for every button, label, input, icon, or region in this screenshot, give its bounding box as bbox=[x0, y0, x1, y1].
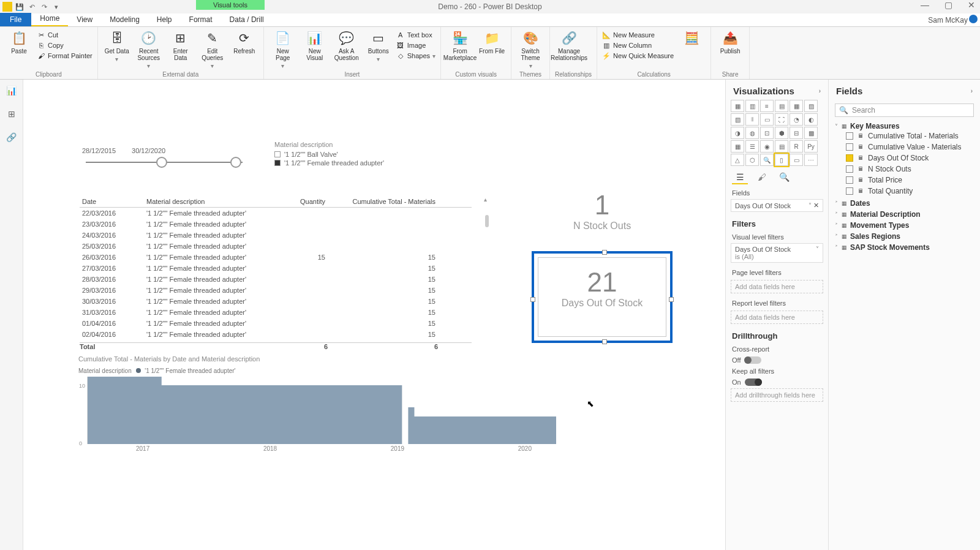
new-column-button[interactable]: ▥New Column bbox=[602, 41, 674, 50]
cross-report-toggle[interactable] bbox=[744, 356, 761, 364]
viz-type-icon[interactable]: ▦ bbox=[731, 140, 744, 153]
viz-type-icon[interactable]: ▯ bbox=[775, 154, 788, 166]
from-file-button[interactable]: 📁From File bbox=[478, 29, 506, 55]
from-marketplace-button[interactable]: 🏪From Marketplace bbox=[446, 29, 474, 61]
format-mode-icon[interactable]: 🖌 bbox=[754, 171, 770, 184]
card-days-out-of-stock[interactable]: 21 Days Out Of Stock bbox=[532, 251, 673, 343]
textbox-button[interactable]: AText box bbox=[396, 31, 435, 39]
report-canvas[interactable]: 28/12/2015 30/12/2020 Material descripti… bbox=[23, 80, 725, 550]
table-row[interactable]: 24/03/2016'1 1/2"" Female threaded adupt… bbox=[80, 230, 472, 241]
redo-icon[interactable]: ↷ bbox=[39, 2, 49, 12]
checkbox-icon[interactable] bbox=[846, 132, 853, 140]
viz-type-icon[interactable]: ◔ bbox=[790, 113, 803, 126]
remove-field-icon[interactable]: ✕ bbox=[813, 202, 819, 209]
field-item[interactable]: 🖩Cumulative Total - Materials bbox=[835, 130, 974, 141]
slicer-end-date[interactable]: 30/12/2020 bbox=[132, 147, 165, 154]
undo-icon[interactable]: ↶ bbox=[27, 2, 37, 12]
viz-type-icon[interactable]: ◉ bbox=[760, 140, 774, 153]
slider-handle-start[interactable] bbox=[156, 157, 167, 168]
buttons-button[interactable]: ▭Buttons▾ bbox=[364, 29, 393, 62]
table-row[interactable]: 27/03/2016'1 1/2"" Female threaded adupt… bbox=[80, 263, 472, 274]
slider-track[interactable] bbox=[86, 162, 243, 163]
checkbox-icon[interactable] bbox=[846, 187, 853, 195]
fields-search-input[interactable]: 🔍Search bbox=[835, 104, 974, 117]
checkbox-icon[interactable] bbox=[846, 143, 853, 151]
format-painter-button[interactable]: 🖌Format Painter bbox=[37, 51, 92, 60]
cumulative-chart[interactable]: Cumulative Total - Materials by Date and… bbox=[78, 355, 556, 452]
viz-type-icon[interactable]: ▭ bbox=[760, 113, 774, 126]
data-view-icon[interactable]: ⊞ bbox=[6, 108, 18, 120]
new-page-button[interactable]: 📄New Page▾ bbox=[269, 29, 297, 69]
viz-type-icon[interactable]: ▤ bbox=[775, 100, 788, 112]
viz-type-icon[interactable]: △ bbox=[731, 154, 744, 166]
viz-type-icon[interactable]: ▩ bbox=[804, 127, 818, 139]
viz-type-icon[interactable]: Py bbox=[804, 140, 818, 153]
viz-type-icon[interactable]: ⫴ bbox=[745, 113, 759, 126]
field-item[interactable]: 🖩Days Out Of Stock bbox=[835, 153, 974, 164]
table-row[interactable]: 28/03/2016'1 1/2"" Female threaded adupt… bbox=[80, 274, 472, 285]
table-row[interactable]: 01/04/2016'1 1/2"" Female threaded adupt… bbox=[80, 318, 472, 329]
qat-dropdown-icon[interactable]: ▾ bbox=[51, 2, 61, 12]
table-header[interactable]: ˅ ▦ Key Measures bbox=[835, 122, 974, 130]
table-row[interactable]: 02/04/2016'1 1/2"" Female threaded adupt… bbox=[80, 329, 472, 340]
col-material[interactable]: Material description bbox=[144, 196, 279, 207]
drillthrough-well[interactable]: Add drillthrough fields here bbox=[731, 388, 823, 402]
maximize-icon[interactable]: ▢ bbox=[942, 0, 954, 10]
keep-filters-toggle[interactable] bbox=[745, 379, 762, 386]
close-icon[interactable]: ✕ bbox=[965, 0, 978, 10]
field-item[interactable]: 🖩Total Price bbox=[835, 175, 974, 186]
viz-type-icon[interactable]: ▨ bbox=[804, 100, 818, 112]
viz-type-icon[interactable]: ⊟ bbox=[790, 127, 803, 139]
card-n-stock-outs[interactable]: 1 N Stock Outs bbox=[562, 190, 642, 232]
viz-type-icon[interactable]: ⋯ bbox=[804, 154, 818, 166]
values-well[interactable]: Days Out Of Stock ˅ ✕ bbox=[731, 199, 823, 212]
table-header[interactable]: ˃ ▦ SAP Stock Movements bbox=[835, 243, 974, 252]
viz-type-icon[interactable]: ≡ bbox=[760, 100, 774, 112]
page-filters-well[interactable]: Add data fields here bbox=[731, 280, 823, 293]
viz-type-icon[interactable]: ⬡ bbox=[745, 154, 759, 166]
image-button[interactable]: 🖼Image bbox=[396, 41, 435, 50]
model-view-icon[interactable]: 🔗 bbox=[6, 131, 18, 143]
viz-type-icon[interactable]: ▥ bbox=[745, 100, 759, 112]
chevron-down-icon[interactable]: ˅ bbox=[816, 246, 819, 253]
tab-data-drill[interactable]: Data / Drill bbox=[221, 13, 273, 26]
viz-type-icon[interactable]: ◍ bbox=[745, 127, 759, 139]
material-legend[interactable]: Material description '1 1/2"" Ball Valve… bbox=[274, 141, 384, 168]
tab-format[interactable]: Format bbox=[181, 13, 221, 26]
table-header[interactable]: ˃ ▦ Dates bbox=[835, 199, 974, 208]
checkbox-icon[interactable] bbox=[846, 176, 853, 184]
table-row[interactable]: 23/03/2016'1 1/2"" Female threaded adupt… bbox=[80, 219, 472, 230]
quick-measure-button[interactable]: ⚡New Quick Measure bbox=[602, 51, 674, 60]
tab-home[interactable]: Home bbox=[31, 12, 68, 26]
analytics-mode-icon[interactable]: 🔍 bbox=[776, 171, 792, 184]
collapse-fields-icon[interactable]: › bbox=[971, 88, 973, 94]
new-measure-button[interactable]: 📐New Measure bbox=[602, 31, 674, 39]
table-row[interactable]: 26/03/2016'1 1/2"" Female threaded adupt… bbox=[80, 252, 472, 263]
switch-theme-button[interactable]: 🎨Switch Theme▾ bbox=[516, 29, 545, 69]
date-slicer[interactable]: 28/12/2015 30/12/2020 bbox=[78, 147, 250, 163]
edit-queries-button[interactable]: ✎Edit Queries▾ bbox=[198, 29, 227, 69]
publish-button[interactable]: 📤Publish bbox=[716, 29, 744, 55]
collapse-viz-icon[interactable]: › bbox=[819, 88, 821, 94]
enter-data-button[interactable]: ⊞Enter Data bbox=[167, 29, 195, 61]
tab-modeling[interactable]: Modeling bbox=[101, 13, 148, 26]
recent-sources-button[interactable]: 🕑Recent Sources▾ bbox=[135, 29, 163, 69]
viz-type-icon[interactable]: ▦ bbox=[790, 100, 803, 112]
col-date[interactable]: Date bbox=[80, 196, 144, 207]
copy-button[interactable]: ⎘Copy bbox=[37, 41, 92, 50]
report-view-icon[interactable]: 📊 bbox=[6, 85, 18, 97]
slider-handle-end[interactable] bbox=[230, 157, 241, 168]
table-header[interactable]: ˃ ▦ Movement Types bbox=[835, 221, 974, 230]
report-filters-well[interactable]: Add data fields here bbox=[731, 311, 823, 324]
viz-type-icon[interactable]: ⊡ bbox=[760, 127, 774, 139]
viz-type-icon[interactable]: ▦ bbox=[731, 100, 744, 112]
signed-in-user[interactable]: Sam McKay bbox=[928, 16, 968, 24]
checkbox-icon[interactable] bbox=[846, 154, 853, 162]
cut-button[interactable]: ✂Cut bbox=[37, 31, 92, 39]
legend-item[interactable]: '1 1/2"" Ball Valve' bbox=[274, 151, 384, 158]
legend-item[interactable]: '1 1/2"" Female threaded adupter' bbox=[274, 159, 384, 167]
col-quantity[interactable]: Quantity bbox=[279, 196, 328, 207]
table-header[interactable]: ˃ ▦ Material Description bbox=[835, 210, 974, 219]
minimize-icon[interactable]: — bbox=[919, 0, 931, 10]
refresh-button[interactable]: ⟳Refresh bbox=[230, 29, 258, 55]
